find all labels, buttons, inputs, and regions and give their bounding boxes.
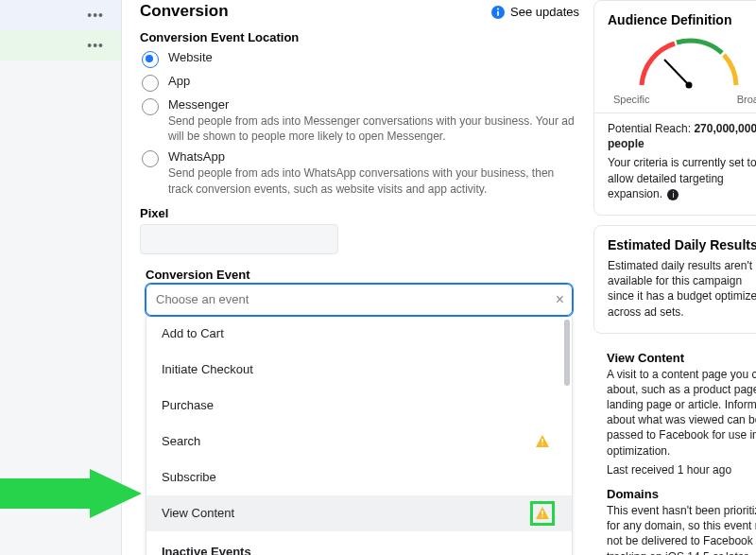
radio-help: Send people from ads into Messenger conv… <box>168 113 579 144</box>
event-location-label: Conversion Event Location <box>140 30 579 44</box>
radio-app[interactable]: App <box>142 74 579 92</box>
section-title: Conversion <box>140 2 579 21</box>
criteria-text: Your criteria is currently set to allow … <box>608 156 756 199</box>
svg-rect-8 <box>541 516 542 517</box>
left-sidebar: ••• ••• <box>0 0 121 555</box>
tooltip-last: Last received 1 hour ago <box>607 462 756 477</box>
right-panel: Audience Definition Specific Broad Poten… <box>593 0 756 555</box>
radio-label: Website <box>168 50 579 64</box>
vertical-divider <box>121 0 122 555</box>
option-label: Add to Cart <box>162 326 224 340</box>
svg-line-10 <box>664 60 689 85</box>
more-icon[interactable]: ••• <box>87 8 104 23</box>
option-label: Search <box>162 434 200 448</box>
conversion-event-dropdown: Add to Cart Initiate Checkout Purchase S… <box>146 316 573 555</box>
tooltip-desc: A visit to a content page you care about… <box>607 367 756 459</box>
dropdown-option-view-content[interactable]: View Content <box>146 495 572 531</box>
radio-messenger[interactable]: Messenger Send people from ads into Mess… <box>142 97 579 144</box>
clear-icon[interactable]: × <box>556 291 564 308</box>
radio-button[interactable] <box>142 98 159 115</box>
audience-title: Audience Definition <box>608 12 756 27</box>
help-icon[interactable]: i <box>667 189 679 200</box>
dropdown-option-initiate-checkout[interactable]: Initiate Checkout <box>146 352 572 388</box>
option-label: View Content <box>162 506 234 520</box>
reach-label: Potential Reach: <box>608 122 691 135</box>
radio-label: WhatsApp <box>168 149 579 164</box>
sidebar-row[interactable]: ••• <box>0 0 121 30</box>
est-title: Estimated Daily Results <box>608 237 756 252</box>
main-form: Conversion Conversion Event Location Web… <box>140 2 579 555</box>
audience-card: Audience Definition Specific Broad Poten… <box>593 0 756 216</box>
radio-button[interactable] <box>142 150 159 167</box>
sidebar-row[interactable]: ••• <box>0 30 121 61</box>
event-tooltip: View Content A visit to a content page y… <box>593 343 756 555</box>
gauge-specific: Specific <box>613 94 650 105</box>
radio-button[interactable] <box>142 75 159 92</box>
radio-website[interactable]: Website <box>142 50 579 68</box>
inactive-events-label: Inactive Events <box>146 531 572 555</box>
option-label: Subscribe <box>162 470 216 484</box>
gauge-broad: Broad <box>737 94 756 105</box>
estimated-results-card: Estimated Daily Results Estimated daily … <box>593 225 756 334</box>
option-label: Initiate Checkout <box>162 362 253 376</box>
domains-title: Domains <box>607 487 756 501</box>
svg-rect-5 <box>541 444 542 445</box>
radio-button[interactable] <box>142 51 159 68</box>
svg-rect-4 <box>541 439 542 442</box>
radio-whatsapp[interactable]: WhatsApp Send people from ads into Whats… <box>142 149 579 196</box>
more-icon[interactable]: ••• <box>87 38 104 53</box>
svg-rect-7 <box>541 511 542 514</box>
est-text: Estimated daily results aren't available… <box>608 258 756 320</box>
conversion-event-label: Conversion Event <box>146 268 579 282</box>
divider <box>594 113 756 113</box>
radio-help: Send people from ads into WhatsApp conve… <box>168 165 579 196</box>
radio-label: App <box>168 74 579 88</box>
dropdown-option-subscribe[interactable]: Subscribe <box>146 460 572 495</box>
radio-label: Messenger <box>168 97 579 112</box>
domains-text: This event hasn't been prioritized for a… <box>607 503 756 555</box>
pixel-select[interactable] <box>140 224 338 254</box>
dropdown-option-add-to-cart[interactable]: Add to Cart <box>146 316 572 352</box>
tooltip-title: View Content <box>607 351 756 365</box>
option-label: Purchase <box>162 398 214 412</box>
conversion-event-combobox[interactable]: × <box>146 284 573 316</box>
conversion-event-input[interactable] <box>156 292 556 306</box>
pixel-label: Pixel <box>140 206 579 220</box>
dropdown-option-purchase[interactable]: Purchase <box>146 388 572 424</box>
warning-icon <box>536 507 549 519</box>
dropdown-option-search[interactable]: Search <box>146 424 572 460</box>
warning-icon <box>536 435 549 447</box>
svg-point-11 <box>686 82 693 89</box>
gauge-icon <box>632 33 746 90</box>
